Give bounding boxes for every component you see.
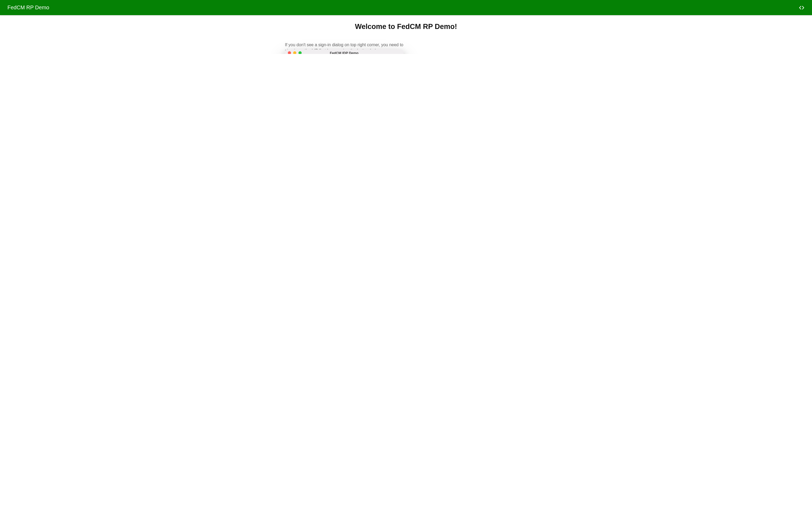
app-title: FedCM RP Demo (7, 4, 49, 11)
main-content: Welcome to FedCM RP Demo! If you don't s… (284, 15, 528, 54)
close-window-button[interactable] (288, 51, 291, 54)
minimize-window-button[interactable] (293, 51, 296, 54)
code-icon[interactable] (799, 5, 805, 11)
app-top-bar: FedCM RP Demo (0, 0, 812, 15)
idp-popup-window: FedCM IDP Demo https://fedcm-idp-demo.gl… (285, 49, 404, 54)
maximize-window-button[interactable] (299, 51, 302, 54)
window-titlebar: FedCM IDP Demo (285, 49, 404, 54)
welcome-heading: Welcome to FedCM RP Demo! (284, 22, 528, 31)
window-title: FedCM IDP Demo (285, 51, 404, 54)
window-controls (285, 51, 302, 54)
content-wrapper: If you don't see a sign-in dialog on top… (284, 42, 528, 54)
